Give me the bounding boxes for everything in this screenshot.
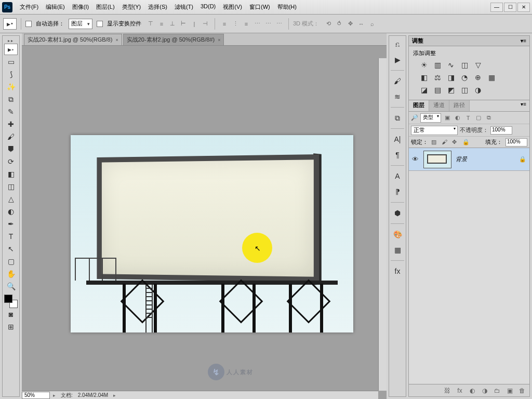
menu-view[interactable]: 视图(V) bbox=[220, 2, 245, 12]
swatches-panel-icon[interactable]: ▦ bbox=[391, 244, 404, 256]
marquee-tool[interactable]: ▭ bbox=[4, 56, 18, 68]
panel-menu-icon[interactable]: ▾≡ bbox=[521, 38, 526, 44]
dist-v-icon[interactable]: ⋮ bbox=[230, 19, 241, 29]
collapse-handle[interactable]: ▸▸ bbox=[3, 38, 19, 43]
brush-tool[interactable]: 🖌 bbox=[4, 131, 18, 142]
dist-top-icon[interactable]: ≡ bbox=[219, 19, 230, 29]
show-transform-checkbox[interactable] bbox=[97, 21, 103, 27]
minimize-button[interactable]: — bbox=[490, 3, 503, 12]
path-select-tool[interactable]: ↖ bbox=[4, 243, 18, 255]
magic-wand-tool[interactable]: ✨ bbox=[4, 81, 18, 92]
filter-adjust-icon[interactable]: ◐ bbox=[454, 114, 462, 122]
photo-filter-icon[interactable]: ◔ bbox=[460, 73, 469, 82]
menu-3d[interactable]: 3D(D) bbox=[197, 2, 219, 12]
dist-bottom-icon[interactable]: ≡ bbox=[241, 19, 251, 29]
filter-pixel-icon[interactable]: ▣ bbox=[443, 114, 451, 122]
foreground-color[interactable] bbox=[4, 295, 12, 303]
invert-icon[interactable]: ◪ bbox=[419, 85, 429, 95]
panel-menu-icon[interactable]: ▾≡ bbox=[517, 100, 529, 111]
maximize-button[interactable]: ☐ bbox=[504, 3, 516, 12]
history-brush-tool[interactable]: ⟳ bbox=[4, 156, 18, 167]
color-panel-icon[interactable]: 🎨 bbox=[391, 229, 404, 240]
menu-window[interactable]: 窗口(W) bbox=[246, 2, 273, 12]
3d-roll-icon[interactable]: ⥀ bbox=[334, 19, 344, 29]
delete-layer-icon[interactable]: 🗑 bbox=[518, 387, 526, 395]
move-tool[interactable]: ▸✦ bbox=[4, 44, 18, 55]
lock-pixels-icon[interactable]: 🖌 bbox=[442, 139, 449, 146]
brush-panel-icon[interactable]: 🖌 bbox=[391, 75, 404, 87]
threshold-icon[interactable]: ◩ bbox=[446, 85, 456, 95]
levels-icon[interactable]: ▥ bbox=[433, 60, 442, 70]
crop-tool[interactable]: ⧉ bbox=[4, 94, 18, 105]
vibrance-icon[interactable]: ▽ bbox=[473, 60, 483, 70]
align-top-icon[interactable]: ⊤ bbox=[145, 19, 156, 29]
close-icon[interactable]: × bbox=[115, 37, 118, 43]
align-center-icon[interactable]: | bbox=[189, 19, 200, 29]
layer-thumbnail[interactable] bbox=[423, 151, 451, 168]
3d-panel-icon[interactable]: ⬢ bbox=[391, 207, 404, 219]
shape-tool[interactable]: ▢ bbox=[4, 256, 18, 267]
curves-icon[interactable]: ∿ bbox=[446, 60, 456, 70]
lock-position-icon[interactable]: ✥ bbox=[452, 139, 459, 146]
hand-tool[interactable]: ✋ bbox=[4, 268, 18, 280]
color-lookup-icon[interactable]: ▦ bbox=[487, 73, 496, 82]
styles-panel-icon[interactable]: fx bbox=[391, 265, 404, 277]
filter-smart-icon[interactable]: ⧉ bbox=[485, 114, 493, 122]
close-button[interactable]: ✕ bbox=[517, 3, 530, 12]
clone-source-icon[interactable]: ⧉ bbox=[391, 112, 404, 124]
filter-type-select[interactable]: 类型 bbox=[420, 113, 441, 123]
close-icon[interactable]: × bbox=[218, 37, 220, 43]
menu-help[interactable]: 帮助(H) bbox=[274, 2, 300, 12]
menu-type[interactable]: 类型(Y) bbox=[119, 2, 144, 12]
tab-channels[interactable]: 通道 bbox=[429, 100, 449, 111]
history-panel-icon[interactable]: ⎌ bbox=[391, 38, 404, 50]
menu-file[interactable]: 文件(F) bbox=[17, 2, 42, 12]
menu-filter[interactable]: 滤镜(T) bbox=[171, 2, 196, 12]
blend-mode-select[interactable]: 正常 bbox=[411, 126, 458, 135]
new-group-icon[interactable]: 🗀 bbox=[493, 387, 501, 395]
auto-select-target[interactable]: 图层 bbox=[69, 19, 92, 29]
pen-tool[interactable]: ✒ bbox=[4, 218, 18, 230]
menu-layer[interactable]: 图层(L) bbox=[93, 2, 117, 12]
3d-zoom-icon[interactable]: ⌕ bbox=[367, 19, 377, 29]
align-bottom-icon[interactable]: ⊥ bbox=[167, 19, 178, 29]
align-middle-icon[interactable]: ≡ bbox=[156, 19, 167, 29]
new-fill-icon[interactable]: ◑ bbox=[481, 387, 489, 395]
tab-paths[interactable]: 路径 bbox=[449, 100, 470, 111]
brightness-icon[interactable]: ☀ bbox=[419, 60, 429, 70]
color-swatches[interactable] bbox=[4, 295, 18, 308]
eraser-tool[interactable]: ◧ bbox=[4, 168, 18, 180]
dist-h-icon[interactable]: ⋯ bbox=[263, 19, 273, 29]
canvas-document[interactable]: ↖ bbox=[71, 135, 353, 332]
layer-name[interactable]: 背景 bbox=[456, 155, 467, 163]
brush-presets-icon[interactable]: ≋ bbox=[391, 91, 404, 102]
filter-shape-icon[interactable]: ▢ bbox=[474, 114, 483, 122]
blur-tool[interactable]: △ bbox=[4, 193, 18, 205]
filter-type-icon[interactable]: T bbox=[464, 114, 472, 122]
menu-select[interactable]: 选择(S) bbox=[145, 2, 170, 12]
quick-mask-tool[interactable]: ◙ bbox=[4, 309, 18, 320]
selective-color-icon[interactable]: ◑ bbox=[473, 85, 483, 95]
lock-transparency-icon[interactable]: ▨ bbox=[431, 139, 438, 146]
zoom-field[interactable] bbox=[22, 392, 50, 399]
3d-slide-icon[interactable]: ↔ bbox=[356, 19, 366, 29]
layer-row-background[interactable]: 👁 背景 🔒 bbox=[409, 148, 529, 171]
align-right-icon[interactable]: ⊣ bbox=[200, 19, 210, 29]
paragraph-panel-icon[interactable]: ¶ bbox=[391, 149, 404, 161]
actions-panel-icon[interactable]: ▶ bbox=[391, 54, 404, 65]
3d-orbit-icon[interactable]: ⟲ bbox=[323, 19, 334, 29]
lasso-tool[interactable]: ⟆ bbox=[4, 69, 18, 80]
dist-right-icon[interactable]: ⋯ bbox=[274, 19, 284, 29]
exposure-icon[interactable]: ◫ bbox=[460, 60, 469, 70]
char-styles-icon[interactable]: A bbox=[391, 170, 404, 182]
new-layer-icon[interactable]: ▣ bbox=[506, 387, 514, 395]
character-panel-icon[interactable]: A| bbox=[391, 134, 404, 145]
vertical-scrollbar[interactable] bbox=[378, 58, 387, 391]
dist-left-icon[interactable]: ⋯ bbox=[252, 19, 262, 29]
hue-icon[interactable]: ◧ bbox=[419, 73, 429, 82]
para-styles-icon[interactable]: ⁋ bbox=[391, 186, 404, 197]
posterize-icon[interactable]: ▤ bbox=[433, 85, 442, 95]
healing-tool[interactable]: ✚ bbox=[4, 118, 18, 130]
link-layers-icon[interactable]: ⛓ bbox=[443, 387, 451, 395]
bw-icon[interactable]: ◨ bbox=[446, 73, 456, 82]
